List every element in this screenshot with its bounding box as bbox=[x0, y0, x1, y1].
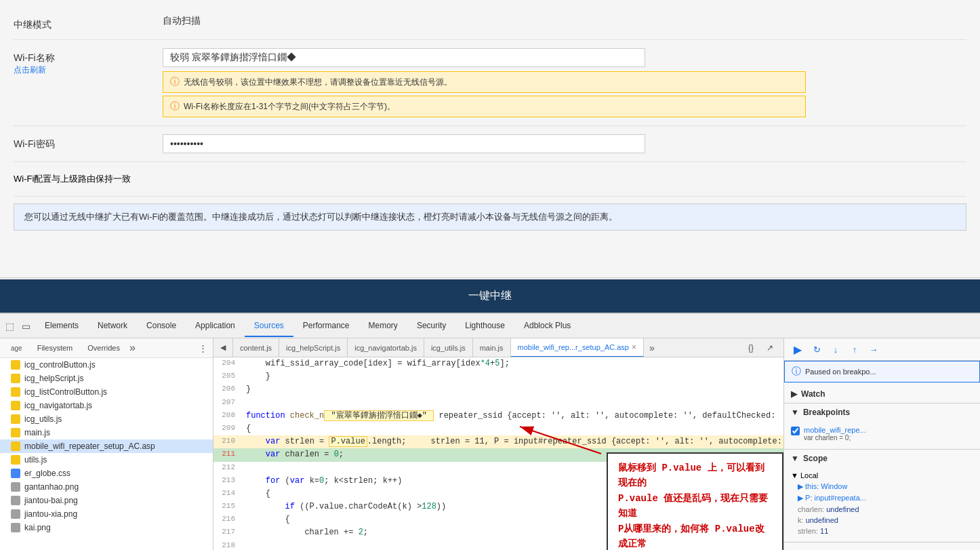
code-line-206: 206 } bbox=[213, 383, 783, 396]
scope-k: k: undefined bbox=[798, 515, 973, 526]
file-icon bbox=[11, 401, 20, 410]
sidebar-more-btn[interactable]: » bbox=[129, 342, 136, 354]
file-item-jiantou-xia[interactable]: jiantou-xia.png bbox=[0, 507, 213, 521]
breakpoint-checkbox[interactable] bbox=[791, 427, 800, 435]
tab-adblock[interactable]: Adblock Plus bbox=[514, 315, 580, 337]
scope-local-item: ▼ Local bbox=[791, 470, 973, 481]
file-icon bbox=[11, 387, 20, 397]
breakpoints-content: mobile_wifi_repe... var charlen = 0; bbox=[784, 421, 980, 449]
page-area: 中继模式 自动扫描 Wi-Fi名称 点击刷新 ⓘ 无线信号较弱，该位置中继效果不… bbox=[0, 0, 980, 278]
file-icon bbox=[11, 482, 20, 492]
file-tab-prev[interactable]: ◀ bbox=[213, 338, 233, 357]
file-item-jiantou-bai[interactable]: jiantou-bai.png bbox=[0, 494, 213, 507]
file-item-icg-utils[interactable]: icg_utils.js bbox=[0, 412, 213, 426]
watch-chevron-icon: ▶ bbox=[791, 389, 797, 399]
refresh-link[interactable]: 点击刷新 bbox=[14, 64, 163, 76]
annotation-box: 鼠标移到 P.value 上，可以看到现在的P.vaule 值还是乱码，现在只需… bbox=[607, 452, 783, 550]
file-tab-content[interactable]: content.js bbox=[233, 338, 279, 357]
file-item-main[interactable]: main.js bbox=[0, 426, 213, 439]
tab-security[interactable]: Security bbox=[407, 315, 455, 337]
scope-content: ▼ Local ▶ this: Window ▶ P: input#repeat… bbox=[784, 467, 980, 542]
tab-console[interactable]: Console bbox=[137, 315, 186, 337]
tab-network[interactable]: Network bbox=[88, 315, 137, 337]
format-btn[interactable]: {} bbox=[743, 340, 759, 356]
scope-p: ▶ P: input#repeata... bbox=[798, 492, 973, 504]
breakpoint-code: var charlen = 0; bbox=[804, 434, 866, 441]
scope-p-label[interactable]: ▶ P: input#repeata... bbox=[798, 494, 866, 502]
file-tabs: ◀ content.js icg_helpScript.js icg_navig… bbox=[213, 338, 783, 357]
code-line-204: 204 wifi_ssid_array_code[idex] = wifi_ar… bbox=[213, 357, 783, 370]
btn-area[interactable]: 一键中继 bbox=[0, 279, 980, 313]
file-list: icg_controlButton.js icg_helpScript.js i… bbox=[0, 358, 213, 550]
sidebar-tab-filesystem[interactable]: Filesystem bbox=[32, 341, 79, 355]
file-tab-icg-navigatortab[interactable]: icg_navigatortab.js bbox=[348, 338, 424, 357]
breakpoint-info: mobile_wifi_repe... var charlen = 0; bbox=[804, 426, 866, 441]
scope-this-label[interactable]: ▶ this: Window bbox=[798, 482, 847, 490]
relay-mode-label: 中继模式 bbox=[14, 15, 163, 31]
file-tab-close-icon[interactable]: × bbox=[632, 342, 636, 352]
devtools-body: age Filesystem Overrides » ⋮ icg_control… bbox=[0, 338, 980, 550]
info-text: 您可以通过无线中继扩大已有Wi-Fi的覆盖范围。中继连接成功后，通过状态灯可以判… bbox=[24, 212, 617, 222]
wifi-config-row: Wi-Fi配置与上级路由保持一致 bbox=[14, 162, 966, 197]
device-icon[interactable]: ▭ bbox=[19, 319, 33, 333]
info-box: 您可以通过无线中继扩大已有Wi-Fi的覆盖范围。中继连接成功后，通过状态灯可以判… bbox=[14, 203, 966, 231]
scope-header[interactable]: ▼ Scope bbox=[784, 450, 980, 467]
file-tab-more[interactable]: » bbox=[644, 340, 660, 356]
devtools-panel: ⬚ ▭ Elements Network Console Application… bbox=[0, 313, 980, 550]
file-tab-icg-utils[interactable]: icg_utils.js bbox=[424, 338, 473, 357]
code-line-207: 207 bbox=[213, 397, 783, 410]
wifi-name-row: Wi-Fi名称 点击刷新 ⓘ 无线信号较弱，该位置中继效果不理想，请调整设备位置… bbox=[14, 40, 966, 126]
svg-line-1 bbox=[520, 427, 601, 454]
tab-application[interactable]: Application bbox=[186, 315, 245, 337]
breakpoints-chevron-icon: ▼ bbox=[791, 408, 799, 417]
file-tab-icg-helpscript[interactable]: icg_helpScript.js bbox=[279, 338, 348, 357]
sidebar-kebab-btn[interactable]: ⋮ bbox=[199, 343, 207, 353]
sidebar-tab-page[interactable]: age bbox=[5, 342, 28, 355]
breakpoints-section: ▼ Breakpoints mobile_wifi_repe... var ch… bbox=[784, 404, 980, 450]
tooltip-trigger[interactable]: "宸翠筝鐔旃揩浮愔口鐗◆" bbox=[324, 410, 434, 421]
warning-icon-1: ⓘ bbox=[170, 76, 180, 88]
file-item-kai[interactable]: kai.png bbox=[0, 521, 213, 534]
watch-header[interactable]: ▶ Watch bbox=[784, 385, 980, 403]
resume-btn[interactable]: ▶ bbox=[790, 341, 806, 357]
file-item-icg-controlbutton[interactable]: icg_controlButton.js bbox=[0, 358, 213, 372]
step-btn[interactable]: → bbox=[865, 341, 882, 357]
breakpoints-header[interactable]: ▼ Breakpoints bbox=[784, 404, 980, 421]
wifi-name-input[interactable] bbox=[163, 48, 645, 67]
breakpoint-item: mobile_wifi_repe... var charlen = 0; bbox=[791, 424, 973, 444]
step-into-btn[interactable]: ↓ bbox=[828, 341, 844, 357]
step-over-btn[interactable]: ↻ bbox=[809, 341, 825, 357]
p-value-hover[interactable]: P.value bbox=[329, 436, 367, 447]
file-tab-mobile-wifi[interactable]: mobile_wifi_rep...r_setup_AC.asp × bbox=[511, 338, 645, 357]
tab-performance[interactable]: Performance bbox=[293, 315, 359, 337]
wifi-name-value-area: ⓘ 无线信号较弱，该位置中继效果不理想，请调整设备位置靠近无线信号源。 ⓘ Wi… bbox=[163, 48, 966, 117]
file-icon bbox=[11, 523, 20, 532]
tab-elements[interactable]: Elements bbox=[35, 315, 88, 337]
tab-memory[interactable]: Memory bbox=[359, 315, 407, 337]
file-icon bbox=[11, 455, 20, 465]
file-tab-main[interactable]: main.js bbox=[473, 338, 511, 357]
tab-lighthouse[interactable]: Lighthouse bbox=[455, 315, 514, 337]
file-item-gantanhao[interactable]: gantanhao.png bbox=[0, 480, 213, 494]
right-toolbar: ▶ ↻ ↓ ↑ → bbox=[784, 338, 980, 361]
wifi-password-input[interactable] bbox=[163, 134, 645, 153]
inspect-icon[interactable]: ⬚ bbox=[3, 319, 16, 333]
wifi-warning1: ⓘ 无线信号较弱，该位置中继效果不理想，请调整设备位置靠近无线信号源。 bbox=[163, 71, 806, 93]
file-item-icg-listcontrolbutton[interactable]: icg_listControlButton.js bbox=[0, 385, 213, 399]
step-out-btn[interactable]: ↑ bbox=[846, 341, 863, 357]
paused-icon: ⓘ bbox=[792, 366, 801, 378]
file-item-er-globe[interactable]: er_globe.css bbox=[0, 467, 213, 480]
relay-mode-value: 自动扫描 bbox=[163, 15, 966, 27]
nav-btn[interactable]: ↗ bbox=[762, 340, 778, 356]
file-item-mobile-wifi[interactable]: mobile_wifi_repeater_setup_AC.asp bbox=[0, 439, 213, 453]
file-item-icg-navigatortab[interactable]: icg_navigatortab.js bbox=[0, 399, 213, 412]
tab-sources[interactable]: Sources bbox=[245, 315, 293, 337]
annotation-text: 鼠标移到 P.value 上，可以看到现在的P.vaule 值还是乱码，现在只需… bbox=[618, 460, 772, 550]
sidebar-tab-overrides[interactable]: Overrides bbox=[82, 341, 125, 355]
file-item-icg-helpscript[interactable]: icg_helpScript.js bbox=[0, 372, 213, 385]
wifi-config-label: Wi-Fi配置与上级路由保持一致 bbox=[14, 174, 131, 184]
file-icon bbox=[11, 496, 20, 505]
watch-section: ▶ Watch bbox=[784, 385, 980, 404]
file-item-utils[interactable]: utils.js bbox=[0, 453, 213, 467]
code-content[interactable]: 204 wifi_ssid_array_code[idex] = wifi_ar… bbox=[213, 357, 783, 550]
